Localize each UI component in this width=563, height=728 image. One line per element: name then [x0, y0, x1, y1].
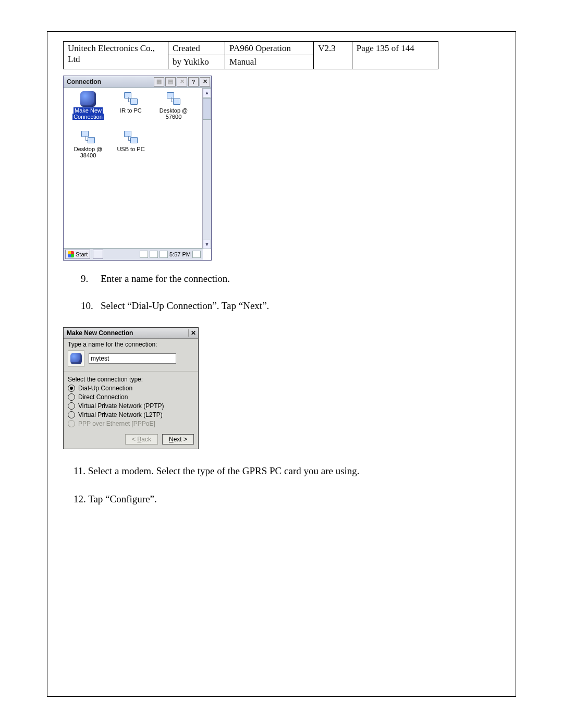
header-version: V2.3 [314, 42, 352, 69]
scroll-up-icon[interactable]: ▲ [203, 88, 211, 97]
network-icon [123, 92, 139, 106]
taskbar-app-slot[interactable] [93, 250, 103, 259]
tray-icon[interactable] [160, 251, 168, 258]
system-tray: 5:57 PM [140, 251, 203, 258]
header-doc-subtitle: Manual [225, 55, 314, 69]
instruction-steps-continued: 11. Select a modem. Select the type of t… [74, 462, 502, 509]
windows-flag-icon [68, 251, 74, 257]
radio-icon [68, 385, 75, 392]
header-doc-title: PA960 Operation [225, 42, 314, 55]
network-icon [166, 92, 181, 106]
radio-icon [68, 402, 75, 410]
help-button[interactable]: ? [188, 77, 199, 87]
connection-window-title: Connection [67, 78, 101, 85]
radio-icon [68, 411, 75, 418]
radio-icon [68, 420, 75, 427]
option-dialup[interactable]: Dial-Up Connection [68, 385, 194, 392]
option-vpn-l2tp[interactable]: Virtual Private Network (L2TP) [68, 411, 194, 418]
tray-icon[interactable] [150, 251, 158, 258]
tray-sip-icon[interactable] [192, 251, 201, 258]
dialog-close-button[interactable]: ✕ [188, 329, 198, 337]
step-10: 10.Select “Dial-Up Connection”. Tap “Nex… [81, 300, 502, 312]
icon-label: Make New [74, 107, 103, 114]
connection-name-input[interactable] [89, 353, 176, 364]
step-9: 9.Enter a name for the connection. [81, 273, 502, 285]
name-field-label: Type a name for the connection: [68, 341, 194, 348]
make-new-connection-dialog: Make New Connection ✕ Type a name for th… [63, 327, 199, 449]
scroll-down-icon[interactable]: ▼ [203, 240, 211, 249]
network-icon [80, 131, 96, 144]
icon-ir-to-pc[interactable]: IR to PC [109, 91, 152, 130]
connection-icon-area: Make NewConnection IR to PC Desktop @576… [64, 88, 202, 249]
vertical-scrollbar[interactable]: ▲ ▼ [202, 88, 211, 249]
tray-clock: 5:57 PM [169, 251, 191, 257]
icon-desktop-38400[interactable]: Desktop @38400 [67, 130, 109, 168]
doc-header-table: Unitech Electronics Co., Ltd Created PA9… [63, 41, 438, 69]
header-created-by: by Yukiko [168, 55, 225, 69]
back-button: < Back [125, 434, 158, 445]
dialog-title: Make New Connection [67, 329, 133, 337]
tray-icon[interactable] [140, 251, 148, 258]
close-button[interactable]: ✕ [200, 77, 210, 87]
start-button[interactable]: Start [65, 250, 90, 259]
type-field-label: Select the connection type: [68, 376, 194, 383]
network-icon [123, 131, 139, 144]
option-direct[interactable]: Direct Connection [68, 393, 194, 401]
scroll-thumb[interactable] [203, 98, 211, 120]
dialog-titlebar: Make New Connection ✕ [64, 328, 198, 339]
connection-window: Connection ▦ ▤ ✕ ? ✕ Make NewConnection … [63, 76, 212, 261]
titlebar-btn-2[interactable]: ▤ [165, 77, 176, 87]
header-created-label: Created [168, 42, 225, 55]
option-vpn-pptp[interactable]: Virtual Private Network (PPTP) [68, 402, 194, 410]
instruction-steps: 9.Enter a name for the connection. 10.Se… [81, 273, 502, 312]
titlebar-btn-3[interactable]: ✕ [177, 77, 187, 87]
next-button[interactable]: Next > [162, 434, 194, 445]
header-page: Page 135 of 144 [352, 42, 438, 69]
icon-desktop-57600[interactable]: Desktop @57600 [152, 91, 195, 130]
globe-icon [80, 91, 96, 107]
icon-make-new-connection[interactable]: Make NewConnection [67, 91, 109, 130]
connection-wizard-icon [68, 350, 84, 367]
option-pppoe: PPP over Ethernet [PPPoE] [68, 420, 194, 427]
radio-icon [68, 393, 75, 401]
header-company: Unitech Electronics Co., Ltd [64, 42, 168, 69]
step-11: 11. Select a modem. Select the type of t… [74, 462, 502, 480]
step-12: 12. Tap “Configure”. [74, 490, 502, 509]
icon-usb-to-pc[interactable]: USB to PC [109, 130, 152, 168]
titlebar-btn-1[interactable]: ▦ [154, 77, 164, 87]
taskbar: Start 5:57 PM [64, 248, 203, 260]
connection-window-titlebar: Connection ▦ ▤ ✕ ? ✕ [64, 76, 211, 88]
